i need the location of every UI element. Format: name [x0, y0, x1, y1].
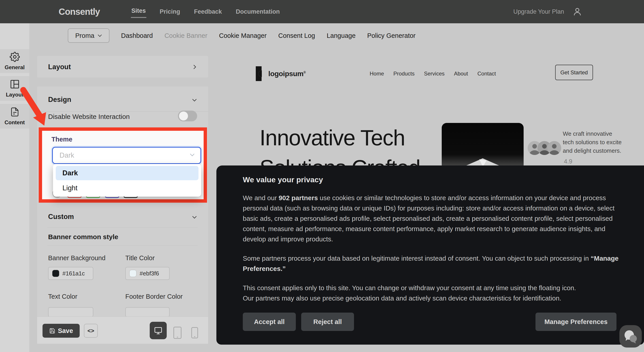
site-tabs: Dashboard Cookie Banner Cookie Manager C…	[121, 29, 416, 43]
color-swatch	[52, 270, 59, 277]
cookie-banner-paragraph-3: This consent applies only to this site. …	[243, 283, 619, 303]
phone-preview-button[interactable]	[191, 327, 198, 338]
chevron-right-icon	[192, 64, 197, 70]
site-selector-value: Proma	[75, 32, 94, 40]
text-color-label: Text Color	[48, 293, 78, 300]
avatar	[547, 141, 561, 155]
divider	[48, 227, 198, 228]
preview-site-logo: logoipsum®	[256, 66, 306, 81]
hex-value: #ebf3f6	[140, 270, 159, 277]
get-started-button[interactable]: Get Started	[555, 65, 593, 80]
design-section-header: Design	[48, 96, 71, 104]
preview-logo-text: logoipsum®	[268, 70, 306, 78]
cookie-banner-paragraph-2: Some partners process your data based on…	[243, 253, 619, 274]
rating-value: 4.9	[564, 158, 572, 165]
color-swatch	[129, 270, 136, 277]
app-screen: Consently Sites Pricing Feedback Documen…	[0, 0, 644, 352]
banner-background-label: Banner Background	[48, 254, 106, 262]
theme-select[interactable]: Dark	[52, 147, 201, 164]
nav-link-pricing[interactable]: Pricing	[159, 7, 181, 17]
tab-consent-log[interactable]: Consent Log	[278, 32, 315, 40]
settings-sidebar: General Layout Content	[0, 23, 29, 352]
title-color-input[interactable]: #ebf3f6	[125, 267, 170, 280]
gear-icon	[10, 52, 20, 62]
theme-option-dark[interactable]: Dark	[56, 166, 198, 180]
accept-all-button[interactable]: Accept all	[243, 312, 296, 331]
sidebar-item-label: General	[5, 64, 24, 71]
nav-link-feedback[interactable]: Feedback	[194, 7, 222, 17]
cookie-consent-banner: We value your privacy We and our 902 par…	[216, 165, 644, 344]
sidebar-item-label: Layout	[6, 92, 24, 98]
nav-link-documentation[interactable]: Documentation	[236, 7, 280, 17]
sidebar-item-content[interactable]: Content	[0, 104, 29, 129]
disable-interaction-label: Disable Website Interaction	[48, 113, 130, 121]
monitor-icon	[154, 326, 163, 335]
brand-logo: Consently	[59, 0, 100, 23]
tablet-preview-button[interactable]	[174, 327, 182, 339]
tab-dashboard[interactable]: Dashboard	[121, 32, 153, 40]
document-icon	[10, 107, 20, 117]
code-icon: <>	[88, 327, 94, 334]
annotation-highlight-box: Theme Dark Dark Light	[39, 127, 207, 203]
tab-cookie-banner[interactable]: Cookie Banner	[164, 32, 208, 40]
cookie-banner-title: We value your privacy	[243, 175, 323, 184]
top-nav-links: Sites Pricing Feedback Documentation	[131, 0, 280, 23]
preview-site-nav: Home Products Services About Contact	[370, 66, 496, 81]
disable-interaction-toggle[interactable]	[178, 111, 197, 121]
top-nav: Consently Sites Pricing Feedback Documen…	[0, 0, 644, 23]
design-panel-card: Design Disable Website Interaction Custo…	[37, 86, 208, 344]
layout-section[interactable]: Layout	[37, 56, 208, 78]
nav-link-sites[interactable]: Sites	[131, 6, 146, 18]
desktop-preview-button[interactable]	[150, 322, 167, 339]
footer-border-color-input[interactable]	[125, 307, 170, 317]
chat-widget-button[interactable]	[620, 325, 642, 347]
sidebar-item-layout[interactable]: Layout	[0, 76, 29, 101]
embed-code-button[interactable]: <>	[84, 324, 98, 338]
reject-all-button[interactable]: Reject all	[301, 312, 354, 331]
site-selector[interactable]: Proma	[68, 29, 110, 43]
tab-cookie-manager[interactable]: Cookie Manager	[219, 32, 267, 40]
theme-select-value: Dark	[60, 151, 74, 159]
tab-policy-generator[interactable]: Policy Generator	[367, 32, 416, 40]
divider	[48, 245, 198, 246]
sidebar-item-general[interactable]: General	[0, 49, 29, 73]
testimonial-text: We craft innovative tech solutions to ex…	[563, 129, 623, 155]
chat-bubbles-icon	[620, 325, 642, 347]
banner-common-style-header: Banner common style	[48, 233, 118, 241]
chevron-down-icon	[192, 97, 197, 103]
cookie-banner-paragraph-1: We and our 902 partners use cookies or s…	[243, 193, 619, 244]
custom-section-header: Custom	[48, 213, 74, 221]
footer-border-color-label: Footer Border Color	[125, 293, 182, 300]
chevron-down-icon	[192, 214, 197, 220]
manage-preferences-button[interactable]: Manage Preferences	[536, 312, 616, 331]
chevron-down-icon	[98, 34, 102, 37]
save-button-label: Save	[58, 327, 73, 334]
layout-section-header: Layout	[48, 63, 71, 71]
sidebar-item-label: Content	[4, 119, 25, 126]
text-color-input[interactable]	[48, 307, 93, 317]
upgrade-plan-link[interactable]: Upgrade Your Plan	[513, 0, 564, 23]
layout-icon	[10, 79, 20, 89]
theme-label: Theme	[52, 136, 72, 143]
preview-nav-home[interactable]: Home	[370, 71, 384, 77]
preview-nav-products[interactable]: Products	[394, 71, 415, 77]
tab-language[interactable]: Language	[327, 32, 356, 40]
save-icon	[49, 328, 55, 334]
hex-value: #161a1c	[62, 270, 85, 277]
toggle-knob	[179, 112, 188, 121]
save-button[interactable]: Save	[42, 324, 80, 338]
preview-nav-contact[interactable]: Contact	[478, 71, 496, 77]
preview-nav-services[interactable]: Services	[424, 71, 444, 77]
panel-footer: Save <>	[37, 316, 208, 344]
chevron-down-icon	[190, 153, 195, 157]
user-icon[interactable]	[572, 7, 582, 17]
headline-line-1: Innovative Tech	[260, 123, 420, 153]
banner-background-input[interactable]: #161a1c	[48, 267, 93, 280]
preview-nav-about[interactable]: About	[454, 71, 468, 77]
theme-option-light[interactable]: Light	[56, 182, 198, 195]
title-color-label: Title Color	[125, 254, 154, 262]
logoipsum-mark-icon	[256, 66, 265, 81]
theme-dropdown: Dark Light	[53, 164, 201, 197]
